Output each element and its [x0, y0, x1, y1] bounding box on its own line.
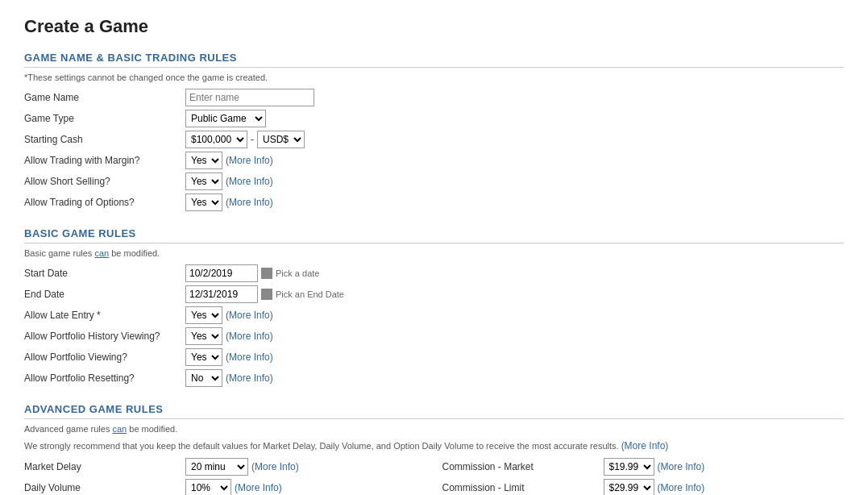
allow-history-more-info[interactable]: (More Info) — [226, 331, 273, 342]
game-type-select[interactable]: Public Game Private Game — [185, 110, 266, 127]
end-date-row: End Date Pick an End Date — [24, 285, 844, 303]
allow-margin-label: Allow Trading with Margin? — [24, 155, 185, 166]
start-date-control: Pick a date — [185, 264, 319, 282]
basic-rules-section: BASIC GAME RULES Basic game rules can be… — [24, 227, 844, 387]
advanced-left-col: Market Delay 20 minu 15 minu 10 minu 5 m… — [24, 458, 426, 495]
allow-short-row: Allow Short Selling? Yes No (More Info) — [24, 173, 844, 190]
allow-reset-label: Allow Portfolio Resetting? — [24, 372, 185, 384]
game-name-row: Game Name — [24, 89, 844, 106]
allow-portfolio-control: Yes No (More Info) — [185, 348, 273, 366]
allow-short-label: Allow Short Selling? — [24, 176, 185, 187]
basic-rules-can-link[interactable]: can — [94, 248, 109, 258]
commission-market-more-info[interactable]: (More Info) — [658, 461, 705, 472]
starting-cash-select[interactable]: $100,000 $50,000 $25,000 $10,000 — [185, 131, 247, 148]
game-type-control: Public Game Private Game — [185, 110, 266, 127]
starting-cash-label: Starting Cash — [24, 134, 185, 145]
daily-volume-select[interactable]: 10% 25% 50% 100% — [185, 479, 231, 495]
commission-limit-control: $29.99 $19.99 $9.99 $0.00 (More Info) — [604, 479, 705, 495]
allow-options-label: Allow Trading of Options? — [24, 197, 185, 208]
allow-margin-more-info[interactable]: (More Info) — [226, 155, 273, 166]
allow-reset-select[interactable]: No Yes — [185, 369, 222, 387]
advanced-rules-section: ADVANCED GAME RULES Advanced game rules … — [24, 403, 844, 495]
market-delay-label: Market Delay — [24, 461, 185, 472]
pick-end-date[interactable]: Pick an End Date — [261, 289, 344, 300]
allow-short-control: Yes No (More Info) — [185, 173, 273, 190]
market-delay-control: 20 minu 15 minu 10 minu 5 minu Real-time… — [185, 458, 299, 476]
advanced-rules-title: ADVANCED GAME RULES — [24, 403, 844, 419]
allow-portfolio-select[interactable]: Yes No — [185, 348, 222, 366]
end-date-label: End Date — [24, 289, 185, 300]
advanced-note-post: be modified. — [127, 424, 177, 434]
daily-volume-label: Daily Volume — [24, 482, 185, 493]
allow-portfolio-label: Allow Portfolio Viewing? — [24, 351, 185, 363]
allow-options-row: Allow Trading of Options? Yes No (More I… — [24, 193, 844, 211]
allow-reset-control: No Yes (More Info) — [185, 369, 273, 387]
end-date-input[interactable] — [185, 285, 258, 303]
pick-start-date[interactable]: Pick a date — [261, 268, 319, 279]
daily-volume-control: 10% 25% 50% 100% (More Info) — [185, 479, 282, 495]
allow-portfolio-more-info[interactable]: (More Info) — [226, 351, 273, 363]
basic-trading-section: GAME NAME & BASIC TRADING RULES *These s… — [24, 52, 844, 211]
commission-limit-row: Commission - Limit $29.99 $19.99 $9.99 $… — [442, 479, 845, 495]
allow-reset-more-info[interactable]: (More Info) — [226, 372, 273, 384]
basic-trading-note: *These settings cannot be changed once t… — [24, 73, 844, 82]
allow-late-control: Yes No (More Info) — [185, 306, 273, 324]
starting-cash-control: $100,000 $50,000 $25,000 $10,000 - USD$ … — [185, 131, 305, 148]
allow-late-more-info[interactable]: (More Info) — [226, 310, 273, 321]
game-type-label: Game Type — [24, 113, 185, 124]
game-name-control — [185, 89, 314, 106]
allow-history-row: Allow Portfolio History Viewing? Yes No … — [24, 327, 844, 345]
allow-margin-row: Allow Trading with Margin? Yes No (More … — [24, 152, 844, 169]
advanced-can-link[interactable]: can — [112, 424, 127, 434]
market-delay-select[interactable]: 20 minu 15 minu 10 minu 5 minu Real-time — [185, 458, 248, 476]
allow-options-more-info[interactable]: (More Info) — [226, 197, 273, 208]
allow-margin-select[interactable]: Yes No — [185, 152, 222, 169]
start-date-row: Start Date Pick a date — [24, 264, 844, 282]
market-delay-more-info[interactable]: (More Info) — [251, 461, 299, 472]
commission-limit-more-info[interactable]: (More Info) — [658, 482, 705, 493]
starting-cash-row: Starting Cash $100,000 $50,000 $25,000 $… — [24, 131, 844, 148]
allow-margin-control: Yes No (More Info) — [185, 152, 273, 169]
allow-late-label: Allow Late Entry * — [24, 310, 185, 321]
game-name-label: Game Name — [24, 92, 185, 103]
allow-short-select[interactable]: Yes No — [185, 173, 222, 190]
allow-portfolio-row: Allow Portfolio Viewing? Yes No (More In… — [24, 348, 844, 366]
allow-history-label: Allow Portfolio History Viewing? — [24, 331, 185, 342]
basic-rules-note: Basic game rules can be modified. — [24, 248, 844, 258]
game-type-row: Game Type Public Game Private Game — [24, 110, 844, 127]
allow-reset-row: Allow Portfolio Resetting? No Yes (More … — [24, 369, 844, 387]
currency-select[interactable]: USD$ EUR€ GBP£ — [257, 131, 305, 148]
advanced-rules-note: Advanced game rules can be modified. — [24, 424, 844, 434]
start-date-label: Start Date — [24, 268, 185, 279]
allow-history-select[interactable]: Yes No — [185, 327, 222, 345]
allow-short-more-info[interactable]: (More Info) — [226, 176, 273, 187]
calendar-icon-end — [261, 289, 272, 300]
start-date-input[interactable] — [185, 264, 258, 282]
daily-volume-more-info[interactable]: (More Info) — [235, 482, 282, 493]
page-title: Create a Game — [24, 16, 844, 37]
basic-rules-title: BASIC GAME RULES — [24, 227, 844, 243]
end-date-control: Pick an End Date — [185, 285, 344, 303]
commission-market-control: $19.99 $14.99 $9.99 $4.99 $0.00 (More In… — [604, 458, 705, 476]
advanced-right-col: Commission - Market $19.99 $14.99 $9.99 … — [442, 458, 845, 495]
basic-rules-note-post: be modified. — [109, 248, 160, 258]
commission-limit-label: Commission - Limit — [442, 482, 604, 493]
allow-options-select[interactable]: Yes No — [185, 193, 222, 211]
commission-market-row: Commission - Market $19.99 $14.99 $9.99 … — [442, 458, 845, 476]
recommend-more-info[interactable]: (More Info) — [621, 440, 669, 451]
allow-late-select[interactable]: Yes No — [185, 306, 222, 324]
game-name-input[interactable] — [185, 89, 314, 106]
basic-rules-note-pre: Basic game rules — [24, 248, 94, 258]
commission-market-select[interactable]: $19.99 $14.99 $9.99 $4.99 $0.00 — [604, 458, 654, 476]
allow-options-control: Yes No (More Info) — [185, 193, 273, 211]
commission-market-label: Commission - Market — [442, 461, 604, 472]
commission-limit-select[interactable]: $29.99 $19.99 $9.99 $0.00 — [604, 479, 654, 495]
calendar-icon — [261, 268, 272, 279]
market-delay-row: Market Delay 20 minu 15 minu 10 minu 5 m… — [24, 458, 426, 476]
daily-volume-row: Daily Volume 10% 25% 50% 100% (More Info… — [24, 479, 426, 495]
cash-dash: - — [251, 134, 254, 145]
recommend-note: We strongly recommend that you keep the … — [24, 440, 844, 451]
advanced-note-pre: Advanced game rules — [24, 424, 112, 434]
allow-late-row: Allow Late Entry * Yes No (More Info) — [24, 306, 844, 324]
advanced-grid: Market Delay 20 minu 15 minu 10 minu 5 m… — [24, 458, 844, 495]
